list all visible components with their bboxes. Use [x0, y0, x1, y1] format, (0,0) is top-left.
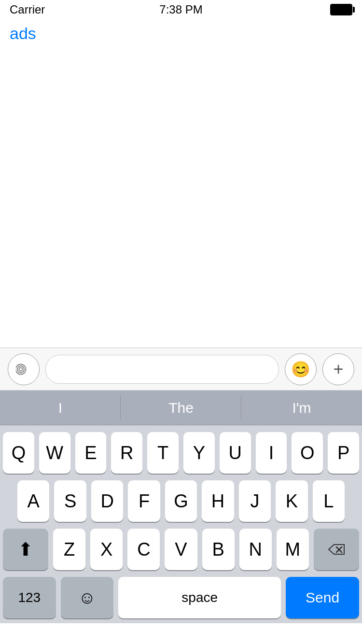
key-b[interactable]: B [202, 529, 235, 570]
key-s[interactable]: S [54, 480, 86, 522]
carrier-label: Carrier [10, 3, 45, 16]
key-k[interactable]: K [276, 480, 307, 522]
key-r[interactable]: R [111, 432, 142, 474]
key-x[interactable]: X [90, 529, 123, 570]
predictive-item-2[interactable]: The [121, 391, 241, 425]
autocomplete-suggestion: ads [10, 24, 36, 42]
plus-button[interactable]: + [322, 353, 354, 385]
key-c[interactable]: C [127, 529, 160, 570]
time-display: 7:38 PM [159, 3, 202, 16]
keyboard-row-1: Q W E R T Y U I O P [3, 432, 359, 474]
key-l[interactable]: L [313, 480, 345, 522]
emoji-keyboard-key[interactable]: ☺ [61, 577, 114, 618]
key-j[interactable]: J [239, 480, 271, 522]
message-input[interactable] [45, 355, 279, 384]
keyboard-row-bottom: 123 ☺ space Send [3, 577, 359, 623]
predictive-item-1[interactable]: I [0, 391, 121, 425]
shift-icon: ⬆ [18, 539, 33, 560]
predictive-bar: I The I'm [0, 391, 362, 425]
key-p[interactable]: P [328, 432, 359, 474]
battery-icon [330, 4, 352, 15]
svg-point-1 [17, 366, 24, 373]
content-area: ads [0, 19, 362, 348]
num-key[interactable]: 123 [3, 577, 56, 618]
key-d[interactable]: D [91, 480, 123, 522]
key-u[interactable]: U [220, 432, 251, 474]
plus-icon: + [333, 359, 343, 379]
key-o[interactable]: O [292, 432, 323, 474]
send-key[interactable]: Send [286, 577, 359, 618]
emoji-keyboard-icon: ☺ [78, 588, 96, 608]
key-v[interactable]: V [165, 529, 197, 570]
input-bar: 😊 + [0, 348, 362, 391]
key-q[interactable]: Q [3, 432, 34, 474]
status-bar: Carrier 7:38 PM [0, 0, 362, 19]
key-h[interactable]: H [202, 480, 234, 522]
keyboard-row-3: ⬆ Z X C V B N M [3, 529, 359, 570]
keyboard-row-2: A S D F G H J K L [3, 480, 359, 522]
key-e[interactable]: E [75, 432, 107, 474]
emoji-icon: 😊 [291, 360, 310, 378]
shift-key[interactable]: ⬆ [3, 529, 48, 570]
key-n[interactable]: N [239, 529, 272, 570]
key-w[interactable]: W [39, 432, 70, 474]
key-y[interactable]: Y [183, 432, 215, 474]
key-m[interactable]: M [277, 529, 309, 570]
predictive-item-3[interactable]: I'm [241, 391, 362, 425]
key-t[interactable]: T [147, 432, 179, 474]
key-g[interactable]: G [165, 480, 197, 522]
svg-point-0 [19, 367, 23, 371]
key-a[interactable]: A [17, 480, 49, 522]
key-z[interactable]: Z [53, 529, 85, 570]
space-key[interactable]: space [118, 577, 281, 618]
delete-key[interactable] [314, 529, 359, 570]
key-i[interactable]: I [256, 432, 287, 474]
emoji-button[interactable]: 😊 [285, 353, 317, 385]
audio-button[interactable] [8, 353, 40, 385]
key-f[interactable]: F [128, 480, 160, 522]
keyboard: Q W E R T Y U I O P A S D F G H J K L ⬆ … [0, 425, 362, 623]
